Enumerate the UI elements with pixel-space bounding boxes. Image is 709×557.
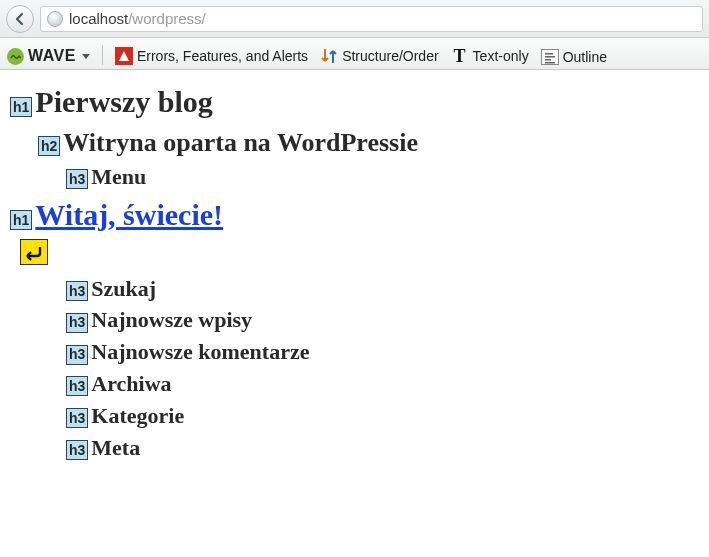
outline-button[interactable]: Outline: [538, 47, 610, 69]
wave-toolbar: WAVE Errors, Features, and Alerts Struct…: [0, 38, 709, 70]
outline-icon: [541, 49, 559, 65]
outline-row: h3 Najnowsze komentarze: [66, 336, 699, 368]
outline-row: h3 Szukaj: [66, 273, 699, 305]
text-only-button[interactable]: T Text-only: [448, 45, 532, 69]
heading-text: Najnowsze komentarze: [91, 336, 309, 368]
toolbar-separator: [102, 45, 103, 65]
arrow-left-icon: [13, 12, 27, 26]
page-outline: h1 Pierwszy blog h2 Witryna oparta na Wo…: [0, 70, 709, 474]
redirect-arrow-icon: [24, 243, 44, 261]
outline-row: h3 Kategorie: [66, 400, 699, 432]
outline-row: h1 Witaj, świecie!: [10, 193, 699, 237]
heading-badge-h3: h3: [66, 440, 88, 460]
heading-badge-h3: h3: [66, 169, 88, 189]
url-host: localhost: [69, 10, 128, 27]
errors-features-alerts-button[interactable]: Errors, Features, and Alerts: [112, 45, 311, 69]
text-only-label: Text-only: [473, 48, 529, 64]
heading-text: Kategorie: [91, 400, 184, 432]
heading-text: Meta: [91, 432, 140, 464]
globe-icon: [47, 11, 63, 27]
heading-badge-h3: h3: [66, 313, 88, 333]
heading-text: Archiwa: [91, 368, 171, 400]
errors-icon: [115, 47, 133, 65]
heading-text: Najnowsze wpisy: [91, 304, 252, 336]
outline-row: h3 Najnowsze wpisy: [66, 304, 699, 336]
wave-menu-button[interactable]: WAVE: [4, 45, 93, 69]
back-button[interactable]: [6, 5, 34, 33]
heading-badge-h3: h3: [66, 345, 88, 365]
outline-label: Outline: [563, 49, 607, 65]
outline-row: h3 Menu: [66, 161, 699, 193]
heading-text: Witryna oparta na WordPressie: [63, 124, 418, 162]
heading-badge-h3: h3: [66, 281, 88, 301]
heading-badge-h2: h2: [38, 136, 60, 156]
url-path: /wordpress/: [128, 10, 206, 27]
errors-label: Errors, Features, and Alerts: [137, 48, 308, 64]
structure-order-button[interactable]: Structure/Order: [317, 45, 441, 69]
chevron-down-icon: [82, 54, 90, 61]
url-text: localhost/wordpress/: [69, 10, 206, 27]
outline-row: h1 Pierwszy blog: [10, 80, 699, 124]
outline-row: h3 Meta: [66, 432, 699, 464]
url-input[interactable]: localhost/wordpress/: [40, 6, 703, 32]
browser-address-bar: localhost/wordpress/: [0, 0, 709, 38]
structure-label: Structure/Order: [342, 48, 438, 64]
outline-row: h3 Archiwa: [66, 368, 699, 400]
heading-badge-h1: h1: [10, 210, 32, 230]
redirect-warning-badge: [20, 239, 48, 265]
heading-badge-h3: h3: [66, 376, 88, 396]
heading-badge-h3: h3: [66, 408, 88, 428]
heading-text: Menu: [91, 161, 146, 193]
wave-label: WAVE: [28, 47, 76, 65]
outline-row: h2 Witryna oparta na WordPressie: [38, 124, 699, 162]
heading-link[interactable]: Witaj, świecie!: [35, 193, 223, 237]
heading-text: Pierwszy blog: [35, 80, 212, 124]
text-icon: T: [451, 47, 469, 65]
wave-logo-icon: [7, 48, 24, 65]
heading-badge-h1: h1: [10, 97, 32, 117]
structure-icon: [320, 47, 338, 65]
heading-text: Szukaj: [91, 273, 156, 305]
